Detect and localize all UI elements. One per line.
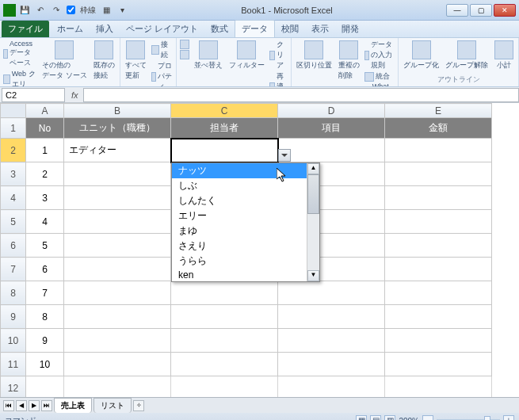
text-to-columns-button[interactable]: 区切り位置 xyxy=(295,40,334,71)
header-item[interactable]: 項目 xyxy=(278,118,385,139)
cell-e11[interactable] xyxy=(385,353,492,376)
view-pagelayout-icon[interactable]: ▤ xyxy=(370,415,381,420)
select-all-corner[interactable] xyxy=(1,104,26,118)
cell-e8[interactable] xyxy=(385,281,492,305)
tab-pagelayout[interactable]: ページ レイアウト xyxy=(120,21,204,37)
new-sheet-icon[interactable]: ✧ xyxy=(133,400,144,411)
cell-a5[interactable]: 4 xyxy=(26,210,64,234)
sort-desc-button[interactable] xyxy=(180,50,189,59)
maximize-button[interactable]: ▢ xyxy=(470,4,492,17)
cell-b11[interactable] xyxy=(64,353,171,376)
cell-e2[interactable] xyxy=(385,139,492,162)
borders-icon[interactable]: ▦ xyxy=(101,5,112,16)
row-header-3[interactable]: 3 xyxy=(1,162,26,186)
row-header-8[interactable]: 8 xyxy=(1,281,26,305)
row-header-9[interactable]: 9 xyxy=(1,305,26,329)
row-header-2[interactable]: 2 xyxy=(1,139,26,162)
header-person[interactable]: 担当者 xyxy=(171,118,278,139)
existing-connections-button[interactable]: 既存の 接続 xyxy=(92,40,116,82)
cell-d12[interactable] xyxy=(278,376,385,398)
cell-a4[interactable]: 3 xyxy=(26,186,64,210)
dropdown-option[interactable]: まゆ xyxy=(172,223,307,239)
remove-duplicates-button[interactable]: 重複の 削除 xyxy=(337,40,361,82)
cell-e5[interactable] xyxy=(385,210,492,234)
cell-c12[interactable] xyxy=(171,376,278,398)
row-header-11[interactable]: 11 xyxy=(1,353,26,376)
dropdown-option[interactable]: ken xyxy=(172,269,307,281)
row-header-10[interactable]: 10 xyxy=(1,329,26,353)
refresh-all-button[interactable]: すべて 更新 xyxy=(124,40,148,82)
ungroup-button[interactable]: グループ解除 xyxy=(444,40,490,71)
tab-review[interactable]: 校閲 xyxy=(275,21,305,37)
cell-b6[interactable] xyxy=(64,234,171,258)
data-validation-button[interactable]: データの入力規則 xyxy=(364,40,395,71)
cell-a7[interactable]: 6 xyxy=(26,258,64,281)
sheet-tab[interactable]: 売上表 xyxy=(54,398,92,413)
sort-asc-button[interactable] xyxy=(180,40,189,49)
cell-c10[interactable] xyxy=(171,329,278,353)
reapply-button[interactable]: 再適用 xyxy=(269,71,288,87)
tab-home[interactable]: ホーム xyxy=(51,21,90,37)
cell-b2[interactable]: エディター xyxy=(64,139,171,162)
clear-filter-button[interactable]: クリア xyxy=(269,40,288,71)
header-unit[interactable]: ユニット（職種） xyxy=(64,118,171,139)
view-pagebreak-icon[interactable]: ▥ xyxy=(384,415,395,420)
row-header-5[interactable]: 5 xyxy=(1,210,26,234)
sheet-nav-prev-icon[interactable]: ◀ xyxy=(16,400,27,411)
scroll-down-icon[interactable]: ▼ xyxy=(307,270,319,281)
zoom-out-button[interactable]: − xyxy=(422,415,433,420)
cell-a6[interactable]: 5 xyxy=(26,234,64,258)
dropdown-option[interactable]: エリー xyxy=(172,208,307,223)
name-box[interactable]: C2 xyxy=(2,88,65,102)
cell-c9[interactable] xyxy=(171,305,278,329)
cell-a10[interactable]: 9 xyxy=(26,329,64,353)
scroll-up-icon[interactable]: ▲ xyxy=(307,163,319,174)
connections-button[interactable]: 接続 xyxy=(151,40,173,60)
tab-developer[interactable]: 開発 xyxy=(335,21,365,37)
col-header-d[interactable]: D xyxy=(278,104,385,118)
header-no[interactable]: No xyxy=(26,118,64,139)
col-header-a[interactable]: A xyxy=(26,104,64,118)
col-header-c[interactable]: C xyxy=(171,104,278,118)
cell-e9[interactable] xyxy=(385,305,492,329)
qat-dropdown-icon[interactable]: ▾ xyxy=(116,5,128,16)
row-header-6[interactable]: 6 xyxy=(1,234,26,258)
save-icon[interactable]: 💾 xyxy=(19,5,30,16)
gridlines-checkbox[interactable] xyxy=(67,6,75,14)
cell-d10[interactable] xyxy=(278,329,385,353)
close-button[interactable]: ✕ xyxy=(494,4,516,17)
cell-c2[interactable] xyxy=(171,139,278,162)
cell-a3[interactable]: 2 xyxy=(26,162,64,186)
tab-data[interactable]: データ xyxy=(235,20,275,37)
undo-icon[interactable]: ↶ xyxy=(35,5,46,16)
cell-e7[interactable] xyxy=(385,258,492,281)
cell-d11[interactable] xyxy=(278,353,385,376)
cell-b5[interactable] xyxy=(64,210,171,234)
tab-view[interactable]: 表示 xyxy=(305,21,335,37)
dropdown-option[interactable]: うらら xyxy=(172,254,307,269)
cell-b7[interactable] xyxy=(64,258,171,281)
filter-button[interactable]: フィルター xyxy=(227,40,266,71)
scroll-thumb[interactable] xyxy=(307,174,319,214)
col-header-b[interactable]: B xyxy=(64,104,171,118)
validation-dropdown-button[interactable] xyxy=(278,149,291,162)
cell-b8[interactable] xyxy=(64,281,171,305)
tab-formulas[interactable]: 数式 xyxy=(204,21,235,37)
cell-a12[interactable] xyxy=(26,376,64,398)
col-header-e[interactable]: E xyxy=(385,104,492,118)
sort-button[interactable]: 並べ替え xyxy=(193,40,224,71)
cell-e12[interactable] xyxy=(385,376,492,398)
row-header-1[interactable]: 1 xyxy=(1,118,26,139)
cell-b4[interactable] xyxy=(64,186,171,210)
cell-e3[interactable] xyxy=(385,162,492,186)
dropdown-option[interactable]: さえり xyxy=(172,239,307,254)
cell-c8[interactable] xyxy=(171,281,278,305)
from-web-button[interactable]: Web クエリ xyxy=(3,69,37,87)
sheet-tab[interactable]: リスト xyxy=(93,398,132,413)
sheet-nav-first-icon[interactable]: ⏮ xyxy=(3,400,14,411)
fx-icon[interactable]: fx xyxy=(67,90,83,100)
cell-b9[interactable] xyxy=(64,305,171,329)
consolidate-button[interactable]: 統合 xyxy=(364,71,395,82)
group-button[interactable]: グループ化 xyxy=(402,40,441,71)
cell-b3[interactable] xyxy=(64,162,171,186)
